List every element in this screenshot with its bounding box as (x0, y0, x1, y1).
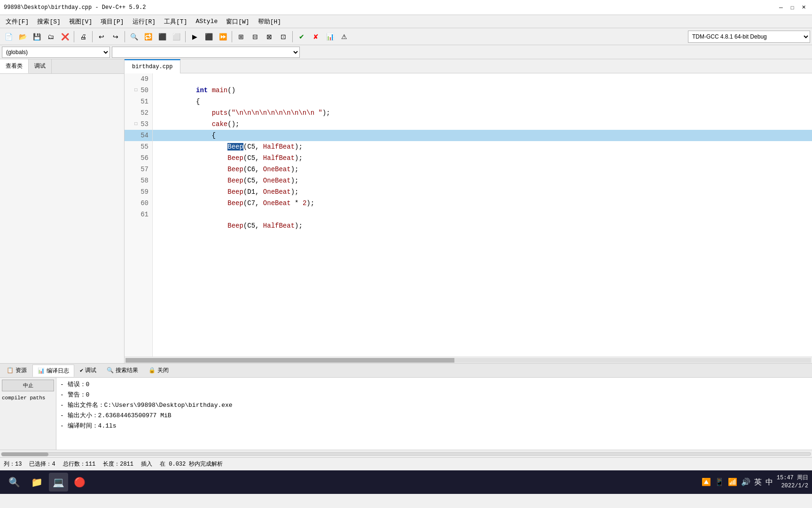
status-total-lines: 总行数：111 (63, 460, 96, 468)
toolbar-separator-1 (74, 31, 74, 42)
bottom-content: 中止 compiler paths - 错误：0 - 警告：0 - 输出文件名：… (0, 378, 812, 450)
log-output-size: - 输出大小：2.63684463500977 MiB (60, 411, 808, 421)
line-num-55: 55 (125, 141, 152, 152)
cross-button[interactable]: ✘ (309, 30, 322, 43)
editor-hscroll[interactable] (125, 357, 812, 363)
menu-project[interactable]: 项目[P] (97, 16, 127, 27)
bottom-tabs: 📋 资源 📊 编译日志 ✔ 调试 🔍 搜索结果 🔒 关闭 (0, 364, 812, 378)
bottom-tab-resources[interactable]: 📋 资源 (2, 365, 31, 377)
close-button[interactable]: ✕ (799, 3, 808, 12)
layout2-button[interactable]: ⊠ (263, 30, 276, 43)
save-button[interactable]: 💾 (30, 30, 43, 43)
undo-button[interactable]: ↩ (95, 30, 108, 43)
menu-view[interactable]: 视图[V] (65, 16, 96, 27)
class-scope-select[interactable]: (globals) (2, 47, 110, 58)
clock-date: 2022/1/2 (777, 482, 808, 490)
toolbar-separator-5 (232, 31, 232, 42)
code-line-51[interactable]: puts("\n\n\n\n\n\n\n\n\n\n "); (153, 96, 812, 107)
close-label: 关闭 (157, 366, 169, 374)
code-line-54[interactable]: Beep(C5, HalfBeat); (153, 130, 812, 141)
code-content[interactable]: int main() { puts("\n\n\n\n\n\n\n\n\n\n … (153, 73, 812, 357)
toolbar-separator-2 (92, 31, 93, 42)
windows-button[interactable]: ⊞ (234, 30, 248, 43)
layout3-button[interactable]: ⊡ (277, 30, 290, 43)
system-clock[interactable]: 15:47 周日 2022/1/2 (777, 474, 808, 490)
bottom-tab-compile-log[interactable]: 📊 编译日志 (32, 365, 74, 377)
ime-icon[interactable]: 🔼 (702, 477, 711, 487)
compile-run-button[interactable]: ▶ (188, 30, 201, 43)
lang-en[interactable]: 英 (754, 477, 762, 487)
bottom-tab-close[interactable]: 🔒 关闭 (144, 365, 173, 377)
taskbar-devcpp-app[interactable]: 💻 (49, 473, 68, 492)
scope-toolbar: (globals) (0, 45, 812, 59)
fold-50: □ (133, 85, 139, 96)
function-scope-select[interactable] (112, 47, 300, 58)
stop-button[interactable]: ⬛ (202, 30, 215, 43)
sel-beep: Beep (227, 143, 243, 151)
volume-icon[interactable]: 🔊 (741, 477, 750, 487)
code-line-50[interactable]: { (153, 85, 812, 96)
tab-view-class[interactable]: 查看类 (0, 59, 29, 73)
warning-button[interactable]: ⚠ (337, 30, 351, 43)
unindent-button[interactable]: ⬜ (170, 30, 183, 43)
hscroll-track (125, 358, 811, 363)
close-file-button[interactable]: ❌ (58, 30, 71, 43)
taskbar: 🔍 📁 💻 🔴 🔼 📱 📶 🔊 英 中 15:47 周日 2022/1/2 (0, 470, 812, 494)
stop-compile-button[interactable]: 中止 (2, 380, 54, 391)
save-all-button[interactable]: 🗂 (44, 30, 57, 43)
find-button[interactable]: 🔍 (127, 30, 141, 43)
scrollbar-thumb[interactable] (1, 452, 48, 456)
line-num-53: □ 53 (125, 119, 152, 130)
menu-run[interactable]: 运行[R] (129, 16, 159, 27)
editor-tab-birthday[interactable]: birthday.cpp (125, 59, 180, 73)
menu-window[interactable]: 窗口[W] (222, 16, 253, 27)
fold-53: □ (133, 119, 139, 130)
title-bar: 99898\Desktop\birthday.cpp - Dev-C++ 5.9… (0, 0, 812, 15)
indent-button[interactable]: ⬛ (156, 30, 169, 43)
status-parse-time: 在 0.032 秒内完成解析 (160, 460, 223, 468)
search-label: 搜索结果 (116, 366, 138, 374)
fn-beep-56: Beep (227, 166, 243, 173)
taskbar-search-button[interactable]: 🔍 (4, 472, 24, 492)
bottom-scrollbar[interactable] (0, 450, 812, 457)
menu-astyle[interactable]: AStyle (192, 16, 221, 26)
menu-help[interactable]: 帮助[H] (254, 16, 285, 27)
bottom-tab-search[interactable]: 🔍 搜索结果 (102, 365, 143, 377)
taskbar-red-app[interactable]: 🔴 (70, 473, 89, 492)
layout-button[interactable]: ⊟ (249, 30, 262, 43)
replace-button[interactable]: 🔁 (141, 30, 155, 43)
wifi-icon[interactable]: 📶 (728, 477, 737, 487)
clock-time: 15:47 周日 (777, 474, 808, 482)
menu-file[interactable]: 文件[F] (2, 16, 32, 27)
tab-debug[interactable]: 调试 (29, 59, 52, 73)
line-num-61: 61 (125, 209, 152, 220)
maximize-button[interactable]: □ (788, 3, 797, 12)
bottom-tab-debug[interactable]: ✔ 调试 (75, 365, 101, 377)
fn-halfbeat-54: HalfBeat (263, 143, 295, 151)
taskbar-explorer-button[interactable]: 📁 (26, 472, 47, 492)
redo-button[interactable]: ↪ (109, 30, 122, 43)
fn-onebeat-56: OneBeat (263, 166, 291, 173)
menu-tools[interactable]: 工具[T] (160, 16, 191, 27)
code-line-49[interactable]: int main() (153, 73, 812, 85)
new-button[interactable]: 📄 (2, 30, 15, 43)
lang-zh[interactable]: 中 (765, 477, 773, 487)
print-button[interactable]: 🖨 (77, 30, 90, 43)
chart-button[interactable]: 📊 (323, 30, 336, 43)
editor-tabs: birthday.cpp (125, 59, 812, 73)
compiler-select[interactable]: TDM-GCC 4.8.1 64-bit Debug (688, 31, 810, 43)
code-line-61[interactable]: Beep(C5, HalfBeat); (153, 209, 812, 220)
bottom-left-panel: 中止 compiler paths (0, 378, 56, 450)
fn-beep-61: Beep (227, 222, 243, 230)
phone-icon[interactable]: 📱 (715, 477, 724, 487)
left-panel: 查看类 调试 (0, 59, 125, 363)
open-button[interactable]: 📂 (16, 30, 29, 43)
code-line-53[interactable]: { (153, 119, 812, 130)
step-button[interactable]: ⏩ (216, 30, 229, 43)
fn-beep-57: Beep (227, 177, 243, 184)
menu-search[interactable]: 搜索[S] (33, 16, 64, 27)
check-button[interactable]: ✔ (295, 30, 308, 43)
hscroll-thumb[interactable] (125, 358, 454, 363)
minimize-button[interactable]: ─ (776, 3, 786, 12)
line-num-59: 59 (125, 186, 152, 198)
